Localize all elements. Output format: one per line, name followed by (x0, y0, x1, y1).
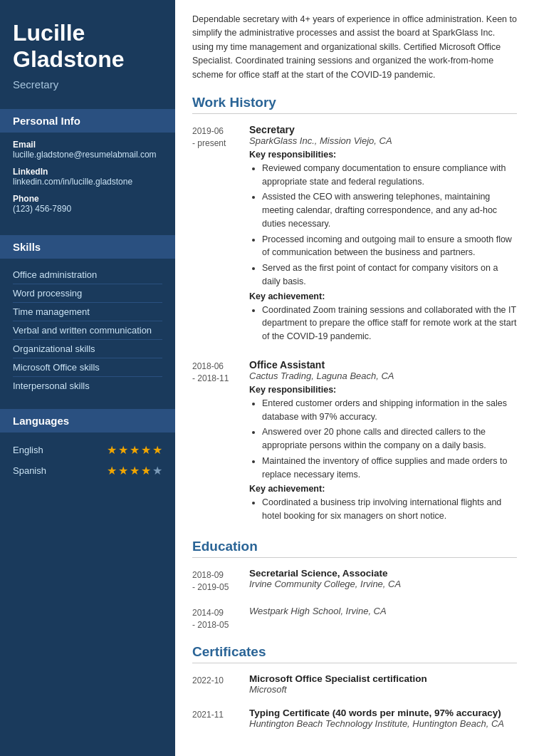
skill-item: Organizational skills (13, 340, 162, 358)
sidebar-header: LucilleGladstone Secretary (0, 0, 175, 102)
education-entry: 2014-09 - 2018-05Westpark High School, I… (192, 606, 517, 631)
phone-label: Phone (13, 194, 162, 204)
cert-date: 2022-10 (192, 673, 249, 695)
education-heading: Education (192, 539, 517, 558)
skills-list: Office administrationWord processingTime… (0, 259, 175, 402)
linkedin-info: LinkedIn linkedin.com/in/lucille.gladsto… (13, 167, 162, 187)
responsibility-item: Assisted the CEO with answering telephon… (262, 190, 517, 230)
edu-body: Westpark High School, Irvine, CA (249, 606, 517, 631)
main-content: Dependable secretary with 4+ years of ex… (175, 0, 534, 756)
personal-info-content: Email lucille.gladstone@resumelabmail.co… (0, 133, 175, 228)
responsibility-item: Answered over 20 phone calls and directe… (262, 425, 517, 452)
responsibilities-label: Key responsibilities: (249, 150, 517, 160)
language-name: English (13, 445, 43, 455)
responsibility-item: Served as the first point of contact for… (262, 262, 517, 289)
work-history-heading: Work History (192, 95, 517, 114)
languages-heading: Languages (0, 409, 175, 433)
edu-body: Secretarial Science, AssociateIrvine Com… (249, 568, 517, 594)
star-filled: ★ (152, 443, 162, 457)
cert-title: Typing Certificate (40 words per minute,… (249, 708, 517, 718)
star-filled: ★ (107, 443, 117, 457)
skill-item: Interpersonal skills (13, 377, 162, 395)
candidate-title: Secretary (13, 78, 162, 90)
responsibility-item: Reviewed company documentation to ensure… (262, 162, 517, 189)
edu-school: Westpark High School, Irvine, CA (249, 606, 517, 616)
candidate-name: LucilleGladstone (13, 20, 162, 73)
cert-body: Typing Certificate (40 words per minute,… (249, 708, 517, 729)
work-date: 2018-06 - 2018-11 (192, 359, 249, 526)
cert-body: Microsoft Office Specialist certificatio… (249, 673, 517, 695)
summary-text: Dependable secretary with 4+ years of ex… (192, 13, 517, 82)
skill-item: Microsoft Office skills (13, 358, 162, 377)
job-company: SparkGlass Inc., Mission Viejo, CA (249, 135, 517, 146)
star-filled: ★ (130, 464, 140, 477)
languages-list: English★★★★★Spanish★★★★★ (0, 433, 175, 488)
edu-date: 2014-09 - 2018-05 (192, 606, 249, 631)
certificates-heading: Certificates (192, 644, 517, 663)
linkedin-value: linkedin.com/in/lucille.gladstone (13, 177, 162, 187)
skills-heading: Skills (0, 235, 175, 259)
email-label: Email (13, 140, 162, 150)
cert-date: 2021-11 (192, 708, 249, 729)
certificates-section: 2022-10Microsoft Office Specialist certi… (192, 673, 517, 729)
skill-item: Time management (13, 303, 162, 321)
star-filled: ★ (118, 443, 128, 457)
work-body: Office AssistantCactus Trading, Laguna B… (249, 359, 517, 526)
education-section: 2018-09 - 2019-05Secretarial Science, As… (192, 568, 517, 631)
responsibility-item: Maintained the inventory of office suppl… (262, 455, 517, 482)
work-entry: 2018-06 - 2018-11Office AssistantCactus … (192, 359, 517, 526)
achievement-label: Key achievement: (249, 484, 517, 494)
personal-info-heading: Personal Info (0, 109, 175, 133)
star-filled: ★ (141, 464, 151, 477)
achievement-item: Coordinated Zoom training sessions and c… (262, 304, 517, 343)
language-stars: ★★★★★ (107, 464, 162, 477)
responsibilities-label: Key responsibilities: (249, 385, 517, 395)
job-title: Office Assistant (249, 359, 517, 371)
achievement-label: Key achievement: (249, 291, 517, 301)
cert-org: Huntington Beach Technology Institute, H… (249, 718, 517, 729)
work-entry: 2019-06 - presentSecretarySparkGlass Inc… (192, 124, 517, 346)
skills-section: Skills Office administrationWord process… (0, 228, 175, 402)
achievements-list: Coordinated Zoom training sessions and c… (249, 304, 517, 343)
certificate-entry: 2022-10Microsoft Office Specialist certi… (192, 673, 517, 695)
certificate-entry: 2021-11Typing Certificate (40 words per … (192, 708, 517, 729)
cert-org: Microsoft (249, 684, 517, 695)
skill-item: Office administration (13, 266, 162, 284)
work-history: 2019-06 - presentSecretarySparkGlass Inc… (192, 124, 517, 526)
edu-degree: Secretarial Science, Associate (249, 568, 517, 579)
job-title: Secretary (249, 124, 517, 135)
education-entry: 2018-09 - 2019-05Secretarial Science, As… (192, 568, 517, 594)
responsibilities-list: Entered customer orders and shipping inf… (249, 397, 517, 482)
responsibility-item: Entered customer orders and shipping inf… (262, 397, 517, 424)
language-item: English★★★★★ (13, 440, 162, 460)
personal-info-section: Personal Info Email lucille.gladstone@re… (0, 102, 175, 228)
star-filled: ★ (141, 443, 151, 457)
achievements-list: Coordinated a business trip involving in… (249, 496, 517, 523)
phone-value: (123) 456-7890 (13, 204, 162, 214)
work-date: 2019-06 - present (192, 124, 249, 346)
linkedin-label: LinkedIn (13, 167, 162, 177)
responsibility-item: Processed incoming and outgoing mail to … (262, 233, 517, 260)
language-name: Spanish (13, 465, 46, 476)
star-empty: ★ (152, 464, 162, 477)
language-stars: ★★★★★ (107, 443, 162, 457)
job-company: Cactus Trading, Laguna Beach, CA (249, 371, 517, 381)
star-filled: ★ (107, 464, 117, 477)
email-info: Email lucille.gladstone@resumelabmail.co… (13, 140, 162, 160)
star-filled: ★ (130, 443, 140, 457)
phone-info: Phone (123) 456-7890 (13, 194, 162, 214)
cert-title: Microsoft Office Specialist certificatio… (249, 673, 517, 684)
edu-date: 2018-09 - 2019-05 (192, 568, 249, 594)
email-value: lucille.gladstone@resumelabmail.com (13, 150, 162, 160)
star-filled: ★ (118, 464, 128, 477)
skill-item: Verbal and written communication (13, 321, 162, 340)
responsibilities-list: Reviewed company documentation to ensure… (249, 162, 517, 289)
edu-school: Irvine Community College, Irvine, CA (249, 579, 517, 589)
languages-section: Languages English★★★★★Spanish★★★★★ (0, 402, 175, 488)
achievement-item: Coordinated a business trip involving in… (262, 496, 517, 523)
work-body: SecretarySparkGlass Inc., Mission Viejo,… (249, 124, 517, 346)
skill-item: Word processing (13, 284, 162, 303)
sidebar: LucilleGladstone Secretary Personal Info… (0, 0, 175, 756)
language-item: Spanish★★★★★ (13, 460, 162, 481)
